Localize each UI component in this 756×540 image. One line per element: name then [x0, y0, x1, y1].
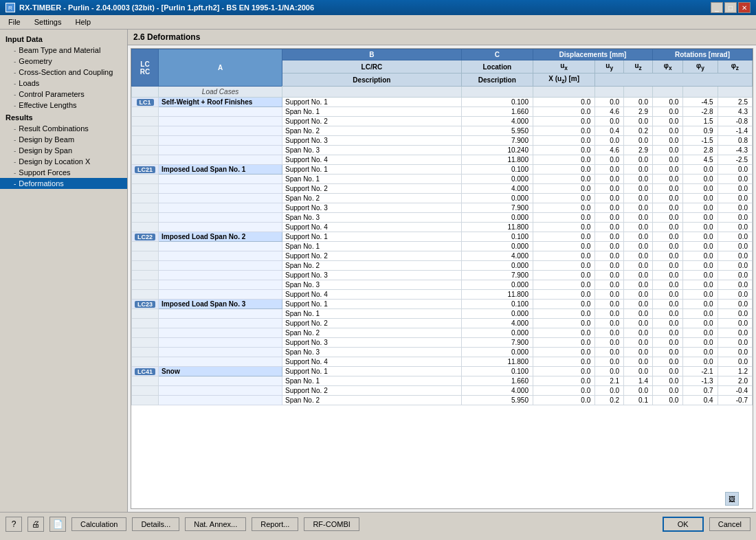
col-displacements-header: Displacements [mm]: [533, 49, 652, 60]
title-bar: R RX-TIMBER - Purlin - 2.04.0003 (32bit)…: [0, 0, 756, 15]
table-row: Support No. 4 11.800 0.0 0.0 0.0 0.0 0.0…: [132, 223, 753, 232]
sidebar: Input Data Beam Type and Material Geomet…: [0, 30, 128, 512]
corner-icon[interactable]: 🖼: [725, 492, 739, 506]
table-row: Span No. 3 0.000 0.0 0.0 0.0 0.0 0.0 0.0: [132, 280, 753, 290]
sidebar-item-loads[interactable]: Loads: [0, 78, 127, 89]
details-button[interactable]: Details...: [132, 517, 179, 531]
table-row: Support No. 2 4.000 0.0 0.0 0.0 0.0 0.7 …: [132, 386, 753, 396]
col-desc-header2: Description: [282, 74, 462, 87]
sidebar-item-design-by-beam[interactable]: Design by Beam: [0, 134, 127, 145]
sidebar-item-design-by-location[interactable]: Design by Location X: [0, 156, 127, 167]
table-row: Support No. 3 7.900 0.0 0.0 0.0 0.0 0.0 …: [132, 338, 753, 348]
col-b-header: B: [282, 49, 462, 60]
table-row: LC22 Imposed Load Span No. 2 Support No.…: [132, 232, 753, 242]
col-phiz-header: φz: [718, 60, 752, 74]
table-row: Span No. 1 0.000 0.0 0.0 0.0 0.0 0.0 0.0: [132, 309, 753, 319]
table-container[interactable]: LCRC A B C Displacements [mm] Rotations …: [131, 48, 753, 509]
input-data-label: Input Data: [0, 32, 127, 45]
content-header: 2.6 Deformations: [128, 30, 756, 45]
table-row: Support No. 2 4.000 0.0 0.0 0.0 0.0 0.0 …: [132, 251, 753, 261]
table-row: Span No. 3 10.240 0.0 4.6 2.9 0.0 2.8 -4…: [132, 146, 753, 155]
table-row: Span No. 2 5.950 0.0 0.4 0.2 0.0 0.9 -1.…: [132, 126, 753, 136]
table-row: Support No. 2 4.000 0.0 0.0 0.0 0.0 0.0 …: [132, 184, 753, 194]
col-phix-header: φx: [652, 60, 682, 74]
col-uz-header: uz: [624, 60, 653, 74]
table-row: Support No. 4 11.800 0.0 0.0 0.0 0.0 4.5…: [132, 155, 753, 165]
table-row: Span No. 3 0.000 0.0 0.0 0.0 0.0 0.0 0.0: [132, 213, 753, 223]
app-icon: R: [5, 3, 15, 12]
sidebar-item-geometry[interactable]: Geometry: [0, 56, 127, 67]
col-c-header: C: [461, 49, 533, 60]
cancel-button[interactable]: Cancel: [709, 517, 751, 531]
print-icon-button[interactable]: 🖨: [27, 517, 44, 532]
table-row: Support No. 2 4.000 0.0 0.0 0.0 0.0 1.5 …: [132, 117, 753, 126]
table-row: LC41 Snow Support No. 1 0.100 0.0 0.0 0.…: [132, 367, 753, 376]
maximize-button[interactable]: □: [724, 2, 737, 13]
col-location-header: Location: [461, 60, 533, 74]
report-button[interactable]: Report...: [252, 517, 298, 531]
table-row: Support No. 4 11.800 0.0 0.0 0.0 0.0 0.0…: [132, 357, 753, 367]
results-label: Results: [0, 111, 127, 123]
table-row: Span No. 3 0.000 0.0 0.0 0.0 0.0 0.0 0.0: [132, 348, 753, 357]
menu-settings[interactable]: Settings: [29, 16, 67, 27]
deformations-table: LCRC A B C Displacements [mm] Rotations …: [131, 49, 753, 405]
table-row: LC21 Imposed Load Span No. 1 Support No.…: [132, 165, 753, 175]
table-body: Load Cases LC1 Self-Weight + Roof Finish…: [132, 87, 753, 405]
calculation-button[interactable]: Calculation: [71, 517, 126, 531]
minimize-button[interactable]: _: [711, 2, 723, 13]
col-uy-header: uy: [595, 60, 624, 74]
table-row: Span No. 1 1.660 0.0 2.1 1.4 0.0 -1.3 2.…: [132, 376, 753, 386]
table-row: Support No. 4 11.800 0.0 0.0 0.0 0.0 0.0…: [132, 290, 753, 300]
ok-button[interactable]: OK: [663, 517, 704, 532]
sidebar-item-effective-lengths[interactable]: Effective Lengths: [0, 100, 127, 111]
table-row: Support No. 3 7.900 0.0 0.0 0.0 0.0 0.0 …: [132, 271, 753, 280]
menu-bar: File Settings Help: [0, 15, 756, 30]
help-icon-button[interactable]: ?: [5, 517, 22, 532]
main-container: Input Data Beam Type and Material Geomet…: [0, 30, 756, 512]
sidebar-item-deformations[interactable]: Deformations: [0, 178, 127, 189]
sidebar-item-beam-type[interactable]: Beam Type and Material: [0, 45, 127, 56]
table-row: Span No. 2 0.000 0.0 0.0 0.0 0.0 0.0 0.0: [132, 261, 753, 271]
col-desc-header: Description: [461, 74, 533, 87]
table-row: LC1 Self-Weight + Roof Finishes Support …: [132, 98, 753, 107]
sidebar-item-design-by-span[interactable]: Design by Span: [0, 145, 127, 156]
sidebar-item-result-combinations[interactable]: Result Combinations: [0, 123, 127, 134]
content-area: 2.6 Deformations LCRC A B C Displacement…: [128, 30, 756, 512]
table-header-row-1: LCRC A B C Displacements [mm] Rotations …: [132, 49, 753, 60]
menu-file[interactable]: File: [3, 16, 26, 27]
col-ux-header: ux: [533, 60, 594, 74]
export-icon-button[interactable]: 📄: [49, 517, 66, 532]
col-phiy-header: φy: [683, 60, 718, 74]
col-lcrc-header: LC/RC: [282, 60, 462, 74]
title-bar-text: RX-TIMBER - Purlin - 2.04.0003 (32bit) -…: [19, 3, 314, 12]
table-row: Span No. 1 0.000 0.0 0.0 0.0 0.0 0.0 0.0: [132, 175, 753, 184]
table-row: Span No. 2 0.000 0.0 0.0 0.0 0.0 0.0 0.0: [132, 328, 753, 338]
col-x-header: X (uz) [m]: [533, 74, 594, 87]
table-row: Span No. 1 1.660 0.0 4.6 2.9 0.0 -2.8 4.…: [132, 107, 753, 117]
table-row: Span No. 2 0.000 0.0 0.0 0.0 0.0 0.0 0.0: [132, 194, 753, 203]
rf-combi-button[interactable]: RF-COMBI: [304, 517, 359, 531]
table-row: Span No. 2 5.950 0.0 0.2 0.1 0.0 0.4 -0.…: [132, 396, 753, 405]
menu-help[interactable]: Help: [69, 16, 96, 27]
sidebar-item-cross-section[interactable]: Cross-Section and Coupling: [0, 67, 127, 78]
table-row: Support No. 3 7.900 0.0 0.0 0.0 0.0 0.0 …: [132, 203, 753, 213]
col-rotations-header: Rotations [mrad]: [652, 49, 752, 60]
table-row: Support No. 2 4.000 0.0 0.0 0.0 0.0 0.0 …: [132, 319, 753, 328]
table-row: LC23 Imposed Load Span No. 3 Support No.…: [132, 300, 753, 309]
bottom-bar: ? 🖨 📄 Calculation Details... Nat. Annex.…: [0, 512, 756, 536]
close-button[interactable]: ✕: [738, 2, 751, 13]
col-a-header: A: [159, 49, 282, 87]
table-row: Span No. 1 0.000 0.0 0.0 0.0 0.0 0.0 0.0: [132, 242, 753, 251]
sidebar-item-control-params[interactable]: Control Parameters: [0, 89, 127, 100]
table-row: Support No. 3 7.900 0.0 0.0 0.0 0.0 -1.5…: [132, 136, 753, 146]
sidebar-item-support-forces[interactable]: Support Forces: [0, 167, 127, 178]
col-lc-header: LCRC: [132, 49, 159, 87]
nat-annex-button[interactable]: Nat. Annex...: [185, 517, 246, 531]
